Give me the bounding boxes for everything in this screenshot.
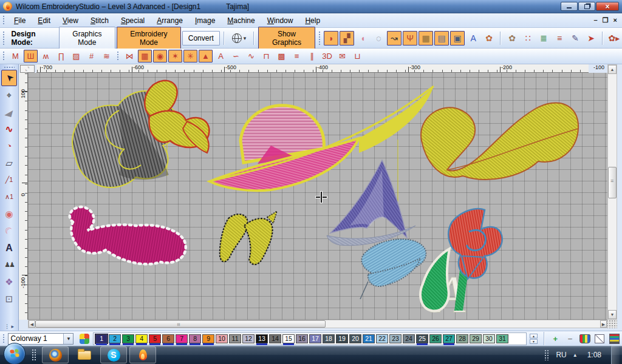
triangle-fan-icon[interactable]: ▲ [199,50,213,62]
no-color-button[interactable] [594,333,605,344]
remove-color-button[interactable]: − [564,333,575,344]
outline-a-icon[interactable]: A [214,50,228,62]
menu-item[interactable]: Arrange [151,15,189,27]
travel-tool-icon[interactable]: ➤ [584,31,598,46]
color-swatch[interactable]: 12 [242,334,255,343]
menu-item[interactable]: Machine [221,15,261,27]
design-yellow-bird[interactable] [220,211,277,265]
circle-fill-icon[interactable]: ◉ [153,50,167,62]
line-fill-icon[interactable]: ≡ [290,50,304,62]
show-needle-points-icon[interactable]: Ψ [403,31,417,46]
open-line-tool[interactable]: ╱1 [1,172,17,188]
toolbar-overflow-button[interactable]: ⋮ ▸ [0,323,18,329]
taskbar-wilcom-button[interactable] [129,346,156,363]
square-wave-icon[interactable]: ⊓ [259,50,273,62]
lettering-tool[interactable]: A [1,240,17,256]
show-connectors-icon[interactable]: ↝ [387,31,402,46]
restore-button[interactable] [578,2,595,11]
colorway-editor-button[interactable] [579,333,590,344]
color-swatch[interactable]: 10 [216,334,228,343]
offset-tool[interactable]: ⊡ [1,291,17,307]
color-swatch[interactable]: 1 [95,334,108,343]
color-swatch[interactable]: 18 [323,334,335,343]
wave-stitch-icon[interactable]: ∿ [244,50,258,62]
motif-fill-icon[interactable]: ▨ [69,50,83,62]
closed-shape-tool[interactable]: ▱ [1,155,17,171]
menu-item[interactable]: Window [261,15,299,27]
reshape-tool[interactable]: ⌖ [1,87,17,103]
taskbar-firefox-button[interactable] [42,346,69,363]
color-swatch[interactable]: 22 [376,334,388,343]
color-swatch[interactable]: 13 [256,334,268,343]
tray-show-hidden-icon[interactable]: ▲ [573,352,578,358]
hoop-globe-button[interactable]: ▾ [229,32,250,45]
menu-item[interactable]: Special [115,15,151,27]
color-swatch[interactable]: 7 [176,334,188,343]
color-swatch[interactable]: 5 [149,334,161,343]
satin-stitch-icon[interactable]: M [9,50,22,62]
palette-spinner[interactable]: ▲ ▼ [530,334,538,344]
menu-item[interactable]: File [8,15,32,27]
show-selection-icon[interactable]: ◌ [371,31,386,46]
trapunto-icon[interactable]: ⊔ [350,50,364,62]
color-swatch[interactable]: 30 [483,334,495,343]
color-swatch[interactable]: 11 [229,334,241,343]
chevron-down-icon[interactable]: ▼ [63,334,73,344]
menu-item[interactable]: Image [189,15,221,27]
spinner-down-icon[interactable]: ▼ [530,339,538,344]
star-fill-icon[interactable]: ✶ [168,50,182,62]
color-swatch[interactable]: 29 [470,334,482,343]
color-swatch[interactable]: 15 [282,334,295,343]
horizontal-scrollbar[interactable]: ◀ ▶ [28,320,607,328]
freehand-embroidery-tool[interactable]: ∿ [1,121,17,137]
design-magenta-picot-blob[interactable] [70,207,186,264]
convert-button[interactable]: Convert [182,31,220,46]
mixing-palette-icon[interactable] [80,334,89,344]
cross-fill-icon[interactable]: # [84,50,98,62]
spinner-up-icon[interactable]: ▲ [530,334,538,339]
dim-artwork-icon[interactable]: ✿ [505,31,519,46]
color-swatch[interactable]: 2 [109,334,121,343]
menu-item[interactable]: Stitch [84,15,115,27]
vertical-scrollbar[interactable]: ▲ ▼ [607,64,617,320]
show-text-objects-icon[interactable]: A [466,31,480,46]
color-swatch[interactable]: 4 [135,334,148,343]
graphics-mode-button[interactable]: Graphics Mode [59,27,116,50]
thread-chart-button[interactable] [609,333,620,344]
show-bitmap-icon[interactable]: ▣ [450,31,465,46]
circle-tool[interactable]: ◉ [1,206,17,222]
object-properties-icon[interactable]: ✎ [568,31,583,46]
scroll-up-arrow[interactable]: ▲ [608,65,617,74]
envelope-warp-icon[interactable]: ✉ [335,50,349,62]
scroll-left-arrow[interactable]: ◀ [29,320,35,328]
color-swatch[interactable]: 26 [429,334,442,343]
color-swatch[interactable]: 17 [309,334,321,343]
e-stitch-icon[interactable]: ʍ [39,50,53,62]
vertical-scroll-thumb[interactable] [608,167,617,198]
show-stitch-angles-icon[interactable]: ▞ [340,31,354,46]
menu-item[interactable]: Help [299,15,326,27]
radial-fill-icon[interactable]: ✳ [183,50,197,62]
language-indicator[interactable]: RU [556,351,566,359]
color-swatch[interactable]: 28 [456,334,468,343]
embroidery-mode-button[interactable]: Embroidery Mode [117,27,181,50]
scribble-fill-icon[interactable]: ∥ [305,50,319,62]
color-swatch[interactable]: 27 [443,334,455,343]
color-swatch[interactable]: 24 [403,334,415,343]
pattern-fill-icon[interactable]: ▩ [275,50,289,62]
design-canvas[interactable]: A [28,73,607,320]
scroll-right-arrow[interactable]: ▶ [600,320,607,328]
color-swatch[interactable]: 20 [349,334,361,343]
weave-fill-icon[interactable]: ▦ [138,50,152,62]
column-stitch-icon[interactable]: Ш [24,50,38,62]
stitch-player-icon[interactable]: ✿▸ [607,31,621,46]
color-swatch[interactable]: 21 [363,334,375,343]
color-swatch[interactable]: 25 [416,334,428,343]
taskbar-explorer-button[interactable] [71,346,98,363]
arc-tool[interactable]: ☾ [1,223,17,239]
contour-fill-icon[interactable]: ≋ [100,50,114,62]
tatami-fill-icon[interactable]: ∏ [54,50,68,62]
taskbar-skype-button[interactable]: S [100,346,127,363]
design-pink-disc-swoosh[interactable] [210,86,434,190]
color-swatch[interactable]: 3 [122,334,134,343]
